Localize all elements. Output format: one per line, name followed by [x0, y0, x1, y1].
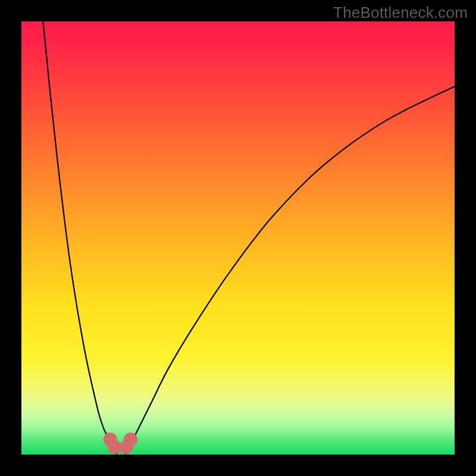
- curve-right-branch: [126, 86, 455, 455]
- curve-left-branch: [43, 21, 117, 455]
- optimum-marker: [124, 433, 137, 446]
- chart-frame: TheBottleneck.com: [0, 0, 476, 476]
- bottleneck-curve: [21, 21, 455, 455]
- watermark-text: TheBottleneck.com: [333, 4, 468, 22]
- optimum-markers: [104, 433, 138, 454]
- plot-area: [21, 21, 455, 455]
